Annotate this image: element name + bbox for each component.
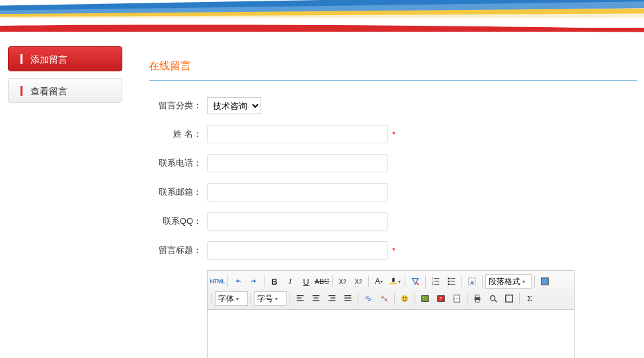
align-left-icon[interactable]	[293, 291, 307, 306]
font-color-icon[interactable]: A▾	[372, 274, 386, 289]
superscript-icon[interactable]: X2	[335, 274, 350, 289]
svg-rect-0	[390, 283, 397, 285]
svg-point-30	[401, 295, 409, 303]
editor-content-area[interactable]	[208, 310, 574, 358]
align-center-icon[interactable]	[309, 291, 323, 306]
flash-icon[interactable]: F	[434, 291, 448, 306]
sidebar-item-label: 查看留言	[30, 86, 67, 96]
emoji-icon[interactable]	[397, 291, 412, 306]
label-email: 联系邮箱：	[149, 186, 202, 198]
unlink-icon[interactable]	[377, 291, 391, 306]
input-phone[interactable]	[207, 154, 388, 172]
undo-icon[interactable]	[231, 274, 245, 289]
label-category: 留言分类：	[149, 100, 202, 112]
svg-point-12	[448, 283, 450, 285]
input-name[interactable]	[207, 125, 388, 143]
label-title: 留言标题：	[149, 244, 202, 256]
input-email[interactable]	[207, 183, 388, 201]
svg-rect-41	[475, 300, 479, 303]
indicator-bar	[20, 54, 22, 64]
svg-point-31	[403, 297, 404, 298]
indicator-bar	[20, 86, 22, 96]
select-all-icon[interactable]: a	[465, 274, 479, 289]
italic-icon[interactable]: I	[283, 274, 298, 289]
bg-color-icon[interactable]: ▾	[387, 274, 402, 289]
html-source-button[interactable]: HTML	[210, 274, 225, 289]
strikethrough-icon[interactable]: ABC	[315, 274, 329, 289]
select-category[interactable]: 技术咨询	[207, 97, 261, 114]
sidebar-item-view-message[interactable]: 查看留言	[8, 78, 122, 103]
svg-rect-40	[475, 295, 479, 298]
svg-point-8	[448, 277, 450, 279]
fullscreen-icon[interactable]	[538, 274, 552, 289]
label-qq: 联系QQ：	[149, 215, 202, 227]
svg-text:a: a	[470, 279, 473, 285]
required-marker: *	[392, 129, 395, 139]
rich-text-editor: HTML B I U ABC X2 X2 A▾ ▾	[207, 270, 575, 358]
svg-point-42	[491, 296, 495, 301]
svg-point-34	[423, 297, 424, 298]
sidebar-item-add-message[interactable]: 添加留言	[8, 46, 122, 71]
svg-text:F: F	[439, 297, 442, 301]
link-icon[interactable]	[361, 291, 376, 306]
subscript-icon[interactable]: X2	[351, 274, 366, 289]
section-title: 在线留言	[149, 59, 637, 81]
input-qq[interactable]	[207, 212, 388, 231]
svg-rect-16	[542, 278, 549, 285]
header-decoration	[0, 0, 644, 34]
underline-icon[interactable]: U	[299, 274, 313, 289]
label-phone: 联系电话：	[149, 157, 202, 169]
sidebar: 添加留言 查看留言	[0, 46, 129, 358]
svg-line-43	[495, 300, 497, 303]
svg-text:3: 3	[432, 283, 434, 286]
svg-point-10	[448, 281, 450, 283]
page-break-icon[interactable]	[450, 291, 464, 306]
redo-icon[interactable]	[247, 274, 261, 289]
editor-toolbar: HTML B I U ABC X2 X2 A▾ ▾	[208, 271, 574, 310]
remove-format-icon[interactable]	[408, 274, 423, 289]
preview-icon[interactable]	[486, 291, 501, 306]
svg-rect-44	[506, 295, 513, 303]
svg-rect-33	[422, 296, 429, 302]
align-right-icon[interactable]	[325, 291, 339, 306]
content-area: 在线留言 留言分类： 技术咨询 姓 名： * 联系电话： 联系邮箱： 联系QQ：…	[129, 46, 644, 358]
unordered-list-icon[interactable]	[444, 274, 459, 289]
required-marker: *	[392, 246, 395, 256]
font-size-dropdown[interactable]: 字号▾	[254, 291, 287, 306]
print-icon[interactable]	[470, 291, 485, 306]
maximize-icon[interactable]	[502, 291, 516, 306]
label-name: 姓 名：	[149, 128, 202, 140]
input-title[interactable]	[207, 241, 388, 260]
align-justify-icon[interactable]	[341, 291, 355, 306]
sidebar-item-label: 添加留言	[30, 54, 67, 65]
special-char-icon[interactable]: Σ	[522, 291, 537, 306]
font-family-dropdown[interactable]: 字体▾	[215, 291, 248, 306]
svg-line-1	[417, 283, 419, 285]
paragraph-format-dropdown[interactable]: 段落格式▾	[485, 274, 532, 289]
image-icon[interactable]	[418, 291, 432, 306]
bold-icon[interactable]: B	[267, 274, 282, 289]
ordered-list-icon[interactable]: 123	[428, 274, 443, 289]
svg-point-32	[405, 297, 407, 298]
